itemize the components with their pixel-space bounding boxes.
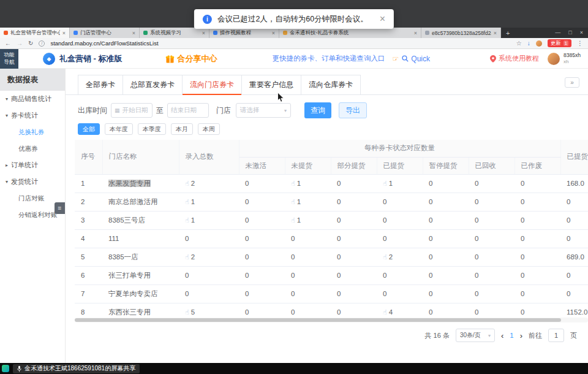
refresh-icon[interactable]: ↻ <box>28 40 33 47</box>
content-tab[interactable]: 流向仓库券卡 <box>301 75 361 94</box>
cell-total: ☝1 <box>179 193 239 211</box>
cell-status: 0 <box>423 266 469 284</box>
count-link[interactable]: ☝1 <box>291 216 301 224</box>
quick-filter-button[interactable]: 全部 <box>78 123 100 135</box>
next-page-button[interactable]: › <box>520 331 522 340</box>
horizontal-scrollbar[interactable] <box>75 318 588 322</box>
update-button[interactable]: 更新 1 <box>548 39 571 47</box>
quick-filter-button[interactable]: 本年度 <box>105 123 133 135</box>
sidebar-item-label: 分销返利对账 <box>18 211 57 219</box>
browser-tab[interactable]: 系统视频学习× <box>140 28 209 38</box>
content-tab[interactable]: 总部直发券卡 <box>123 75 183 94</box>
browser-tab[interactable]: e8c573980b1328a258fd2a6il× <box>421 28 501 38</box>
count-link[interactable]: ☝1 <box>185 198 195 206</box>
window-maximize-icon[interactable]: □ <box>568 29 571 36</box>
count-link[interactable]: ☝2 <box>185 253 195 261</box>
table-row[interactable]: 8东西张三专用☝5000☝40001152.0 <box>75 303 588 316</box>
count-link[interactable]: ☝1 <box>185 216 195 224</box>
bookmark-star-icon[interactable]: ☆ <box>516 40 522 47</box>
table-row[interactable]: 4111000000000 <box>75 229 588 248</box>
notice-text: 会议已超过2人，自动转为60分钟限时会议。 <box>217 14 368 25</box>
goto-page-input[interactable]: 1 <box>548 329 564 342</box>
tab-close-icon[interactable]: × <box>202 30 205 36</box>
table-row[interactable]: 58385一店☝2000☝2000689.0 <box>75 248 588 266</box>
quick-search-link[interactable]: Quick <box>402 55 430 63</box>
sidebar-item-label: 商品销售统计 <box>11 94 51 104</box>
cell-status: 0 <box>469 174 514 193</box>
browser-tab[interactable]: 操作视频教程× <box>209 28 279 38</box>
back-icon[interactable]: ← <box>5 40 11 47</box>
content-tab[interactable]: 重要客户信息 <box>241 75 301 94</box>
tab-close-icon[interactable]: × <box>414 30 417 36</box>
tab-favicon-icon <box>283 31 287 35</box>
end-date-input[interactable]: 结束日期 <box>167 103 209 118</box>
table-row[interactable]: 2南京总部激活用☝10☝1000000 <box>75 193 588 211</box>
count-link[interactable]: ☝2 <box>383 253 393 261</box>
count-value: 2 <box>191 180 195 187</box>
table-row[interactable]: 38385三号店☝10☝1000000 <box>75 211 588 229</box>
table-row[interactable]: 6张三打单专用000000000 <box>75 266 588 284</box>
site-info-icon[interactable]: i <box>39 40 45 47</box>
sidebar-item[interactable]: 优惠券 <box>0 140 65 157</box>
cell-status: 0 <box>285 266 331 284</box>
browser-tab[interactable]: 礼盒营销平台管理中心× <box>0 28 70 38</box>
quick-filter-button[interactable]: 本周 <box>198 123 220 135</box>
url-text[interactable]: standard.maboy.cn/CardFlowStatisticsList <box>50 40 158 47</box>
count-value: 4 <box>389 308 393 316</box>
quick-filter-button[interactable]: 本月 <box>171 123 193 135</box>
new-tab-button[interactable]: + <box>506 29 510 37</box>
tab-close-icon[interactable]: × <box>132 30 135 36</box>
user-avatar[interactable] <box>548 53 560 65</box>
sidebar-item[interactable]: ▾商品销售统计 <box>0 91 65 107</box>
tab-close-icon[interactable]: × <box>494 30 497 36</box>
forward-icon[interactable]: → <box>17 40 23 47</box>
count-link[interactable]: ☝5 <box>185 308 195 316</box>
page-size-select[interactable]: 30条/页 ▾ <box>456 329 495 342</box>
sidebar-item[interactable]: ▾发货统计 <box>0 174 65 190</box>
tab-close-icon[interactable]: × <box>272 30 275 36</box>
sidebar-item[interactable]: ▸订单统计 <box>0 157 65 174</box>
store-name: 东西张三专用 <box>108 308 151 316</box>
browser-profile-icon[interactable] <box>536 40 542 47</box>
cell-status: 0 <box>331 229 377 248</box>
window-minimize-icon[interactable]: — <box>555 29 560 36</box>
count-link[interactable]: ☝1 <box>291 180 301 188</box>
download-icon[interactable]: ↓ <box>527 40 530 47</box>
prev-page-button[interactable]: ‹ <box>501 331 503 340</box>
sidebar-item[interactable]: 兑换礼券 <box>0 124 65 140</box>
export-button[interactable]: 导出 <box>339 102 367 118</box>
table-viewport: 序号 门店名称 录入总数 每种券卡状态对应数量 已提货 未激活未提货部分提货已提… <box>75 140 588 316</box>
cell-status: 0 <box>514 248 560 266</box>
collapse-button[interactable]: » <box>565 77 579 88</box>
current-page[interactable]: 1 <box>510 332 513 339</box>
cell-store: 8385一店 <box>102 248 179 266</box>
share-center-link[interactable]: 合分享中心 <box>165 53 217 64</box>
quick-filter-button[interactable]: 本季度 <box>138 123 166 135</box>
browser-tab[interactable]: 金禾通科技-礼品卡券系统× <box>279 28 421 38</box>
tab-close-icon[interactable]: × <box>62 30 66 36</box>
function-nav-button[interactable]: 功能 导航 <box>0 49 18 69</box>
count-link[interactable]: ☝1 <box>291 198 301 206</box>
sidebar-handle[interactable]: ≡ <box>55 202 65 214</box>
start-date-input[interactable]: ▦ 开始日期 <box>111 103 153 118</box>
browser-menu-icon[interactable]: ⋮ <box>577 40 583 47</box>
tab-title: 金禾通科技-礼品卡券系统 <box>290 29 412 37</box>
scrollbar-thumb[interactable] <box>75 318 561 322</box>
store-select[interactable]: 请选择 ▾ <box>236 103 291 118</box>
tutorial-link[interactable]: 系统使用教程 <box>490 54 539 63</box>
content-tab[interactable]: 流向门店券卡 <box>182 75 242 94</box>
window-close-icon[interactable]: × <box>580 29 583 36</box>
search-button[interactable]: 查询 <box>304 102 331 118</box>
table-row[interactable]: 1水果发货专用☝20☝10☝1000168.0 <box>75 174 588 193</box>
cell-status: 0 <box>377 266 423 284</box>
count-link[interactable]: ☝2 <box>185 180 195 188</box>
count-link[interactable]: ☝4 <box>383 308 393 316</box>
content-tab[interactable]: 全部券卡 <box>78 75 123 94</box>
table-row[interactable]: 7宁夏羊肉专卖店000000000 <box>75 284 588 303</box>
cell-status: 0 <box>377 193 423 211</box>
browser-tab[interactable]: 门店管理中心× <box>70 28 140 38</box>
count-link[interactable]: ☝1 <box>383 180 393 188</box>
sidebar-item[interactable]: ▾券卡统计 <box>0 107 65 124</box>
user-info: 8385xh xh <box>564 53 581 64</box>
notice-close-icon[interactable]: × <box>380 14 385 24</box>
